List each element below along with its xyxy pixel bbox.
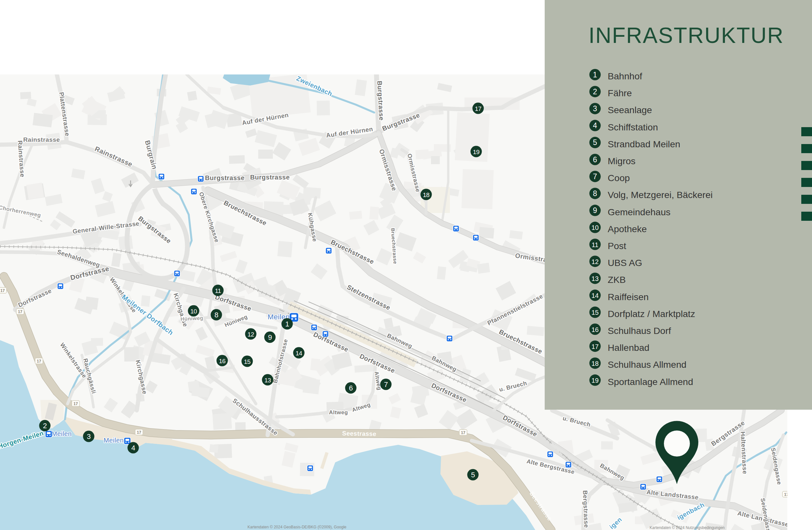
svg-text:16: 16 bbox=[592, 326, 599, 333]
svg-text:Altweg: Altweg bbox=[329, 409, 348, 416]
svg-text:Seestrasse: Seestrasse bbox=[342, 430, 376, 437]
svg-text:Dorfplatz / Marktplatz: Dorfplatz / Marktplatz bbox=[608, 309, 695, 319]
svg-text:Bahnhof: Bahnhof bbox=[608, 71, 642, 81]
svg-text:17: 17 bbox=[475, 105, 481, 112]
svg-text:Strandbad Meilen: Strandbad Meilen bbox=[608, 139, 680, 149]
svg-text:8: 8 bbox=[214, 311, 218, 319]
svg-text:5: 5 bbox=[593, 138, 597, 147]
svg-text:17: 17 bbox=[461, 431, 465, 435]
svg-text:Rainstrasse: Rainstrasse bbox=[23, 136, 60, 143]
svg-text:Schiffstation: Schiffstation bbox=[608, 122, 658, 132]
svg-text:4: 4 bbox=[131, 444, 135, 452]
svg-text:Schulhaus Dorf: Schulhaus Dorf bbox=[608, 325, 671, 336]
svg-text:7: 7 bbox=[593, 172, 597, 181]
svg-text:15: 15 bbox=[244, 358, 250, 365]
svg-text:6: 6 bbox=[593, 155, 597, 164]
svg-text:18: 18 bbox=[592, 360, 599, 367]
svg-text:UBS AG: UBS AG bbox=[608, 257, 642, 268]
svg-text:13: 13 bbox=[592, 275, 599, 282]
svg-text:Sportanlage Allmend: Sportanlage Allmend bbox=[608, 377, 693, 387]
svg-text:Bergstrasse: Bergstrasse bbox=[582, 490, 590, 528]
svg-text:Volg, Metzgerei, Bäckerei: Volg, Metzgerei, Bäckerei bbox=[608, 190, 713, 200]
svg-text:14: 14 bbox=[592, 292, 599, 299]
svg-text:15: 15 bbox=[592, 309, 599, 316]
svg-text:Raiffeisen: Raiffeisen bbox=[608, 292, 649, 302]
svg-text:1: 1 bbox=[285, 320, 289, 328]
svg-text:5: 5 bbox=[471, 471, 475, 479]
svg-text:Meilen: Meilen bbox=[104, 437, 124, 444]
svg-text:Schulhaus Allmend: Schulhaus Allmend bbox=[608, 359, 686, 370]
svg-text:9: 9 bbox=[593, 206, 597, 214]
svg-text:19: 19 bbox=[592, 377, 599, 384]
svg-text:Burgstrasse: Burgstrasse bbox=[205, 174, 245, 181]
svg-text:Post: Post bbox=[608, 241, 626, 251]
svg-text:8: 8 bbox=[593, 189, 597, 198]
svg-text:ZKB: ZKB bbox=[608, 275, 626, 285]
svg-text:6: 6 bbox=[349, 384, 353, 392]
svg-text:12: 12 bbox=[592, 258, 599, 265]
svg-text:Hallenbad: Hallenbad bbox=[608, 343, 649, 353]
svg-text:1: 1 bbox=[593, 71, 597, 79]
svg-text:INFRASTRUKTUR: INFRASTRUKTUR bbox=[589, 23, 784, 47]
svg-text:3: 3 bbox=[87, 432, 91, 441]
svg-text:17: 17 bbox=[73, 402, 78, 406]
svg-text:17: 17 bbox=[592, 343, 599, 350]
svg-text:3: 3 bbox=[593, 104, 597, 113]
svg-text:11: 11 bbox=[592, 241, 599, 248]
svg-text:11: 11 bbox=[215, 288, 221, 294]
svg-text:Apotheke: Apotheke bbox=[608, 224, 647, 234]
svg-text:10: 10 bbox=[592, 224, 599, 231]
svg-text:14: 14 bbox=[295, 350, 302, 357]
svg-text:Meilen: Meilen bbox=[52, 430, 72, 437]
svg-text:Fähre: Fähre bbox=[608, 88, 632, 98]
svg-text:17: 17 bbox=[18, 309, 23, 314]
svg-text:7: 7 bbox=[384, 380, 388, 389]
svg-text:4: 4 bbox=[593, 121, 597, 130]
svg-text:Burgstrasse: Burgstrasse bbox=[250, 173, 290, 181]
svg-text:Coop: Coop bbox=[608, 173, 630, 183]
svg-text:19: 19 bbox=[473, 149, 479, 155]
svg-text:13: 13 bbox=[264, 377, 271, 384]
svg-text:18: 18 bbox=[423, 192, 430, 198]
svg-text:12: 12 bbox=[247, 331, 254, 338]
svg-text:Seeanlage: Seeanlage bbox=[608, 105, 652, 115]
svg-text:9: 9 bbox=[268, 333, 272, 341]
svg-text:16: 16 bbox=[219, 358, 226, 364]
svg-text:17: 17 bbox=[37, 359, 41, 364]
svg-text:17: 17 bbox=[137, 430, 141, 435]
svg-text:Kartendaten © 2024 GeoBasis-DE: Kartendaten © 2024 GeoBasis-DE/BKG (©200… bbox=[247, 525, 347, 529]
svg-text:17: 17 bbox=[0, 289, 5, 293]
svg-text:2: 2 bbox=[43, 422, 47, 430]
svg-text:Gemeindehaus: Gemeindehaus bbox=[608, 207, 670, 217]
svg-text:Migros: Migros bbox=[608, 156, 636, 166]
svg-text:2: 2 bbox=[593, 87, 597, 96]
svg-text:10: 10 bbox=[190, 308, 197, 315]
svg-text:Kartendaten © 2024 Nutzungsb: Kartendaten © 2024 Nutzungsbedingungen bbox=[650, 526, 725, 530]
